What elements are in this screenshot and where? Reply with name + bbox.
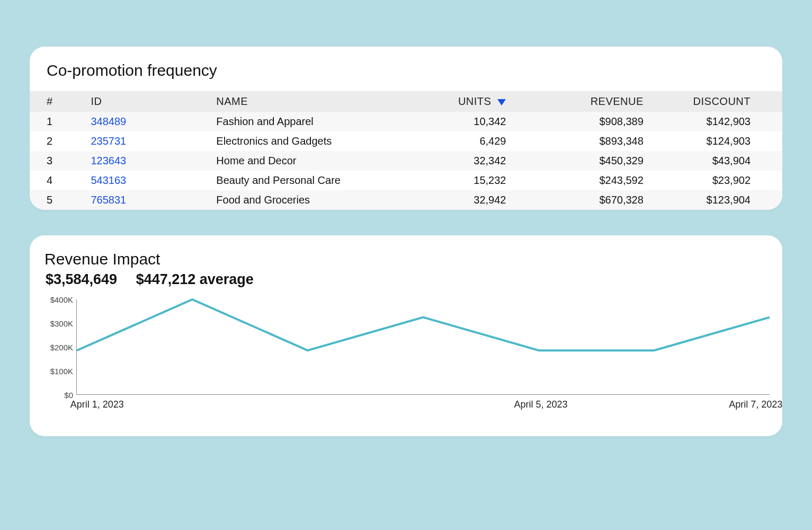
cell-name: Food and Groceries	[209, 190, 400, 210]
cell-units: 32,342	[400, 151, 513, 171]
card-title: Co-promotion frequency	[30, 47, 782, 91]
id-link[interactable]: 123643	[91, 155, 127, 166]
co-promotion-table: # ID NAME UNITS REVENUE DISCOUNT 1348489…	[30, 91, 782, 210]
co-promotion-card: Co-promotion frequency # ID NAME UNITS R…	[30, 47, 782, 210]
card-title: Revenue Impact	[42, 250, 770, 268]
cell-index: 5	[30, 190, 84, 210]
y-axis-tick: $200K	[50, 343, 73, 352]
id-link[interactable]: 348489	[91, 116, 127, 127]
cell-index: 4	[30, 171, 84, 190]
revenue-impact-card: Revenue Impact $3,584,649 $447,212 avera…	[30, 235, 782, 436]
revenue-average: $447,212 average	[136, 271, 254, 287]
cell-name: Electronics and Gadgets	[209, 131, 400, 151]
cell-units: 32,942	[400, 190, 513, 210]
revenue-total: $3,584,649	[46, 271, 117, 287]
y-axis-tick: $400K	[50, 295, 73, 304]
col-header-discount[interactable]: DISCOUNT	[651, 91, 782, 112]
table-row[interactable]: 1348489Fashion and Apparel10,342$908,389…	[30, 112, 782, 131]
cell-revenue: $893,348	[513, 131, 650, 151]
cell-revenue: $450,329	[513, 151, 650, 171]
table-row[interactable]: 4543163Beauty and Personal Care15,232$24…	[30, 171, 782, 190]
revenue-chart: $400K$300K$200K$100K$0 April 1, 2023Apri…	[42, 299, 770, 421]
cell-index: 3	[30, 151, 84, 171]
cell-name: Beauty and Personal Care	[209, 171, 400, 190]
cell-discount: $43,904	[651, 151, 782, 171]
cell-revenue: $908,389	[513, 112, 650, 131]
cell-id[interactable]: 348489	[84, 112, 209, 131]
cell-units: 15,232	[400, 171, 513, 190]
cell-id[interactable]: 123643	[84, 151, 209, 171]
cell-units: 6,429	[400, 131, 513, 151]
cell-id[interactable]: 543163	[84, 171, 209, 190]
table-row[interactable]: 2235731Electronics and Gadgets6,429$893,…	[30, 131, 782, 151]
cell-discount: $124,903	[651, 131, 782, 151]
y-axis-tick: $0	[64, 391, 73, 400]
y-axis-tick: $300K	[50, 319, 73, 328]
id-link[interactable]: 543163	[91, 174, 127, 186]
cell-revenue: $670,328	[513, 190, 650, 210]
revenue-metrics: $3,584,649 $447,212 average	[42, 271, 770, 288]
sort-desc-icon	[497, 99, 506, 105]
cell-revenue: $243,592	[513, 171, 650, 190]
table-row[interactable]: 3123643Home and Decor32,342$450,329$43,9…	[30, 151, 782, 171]
cell-discount: $123,904	[651, 190, 782, 210]
table-row[interactable]: 5765831Food and Groceries32,942$670,328$…	[30, 190, 782, 210]
revenue-line	[77, 299, 770, 350]
x-axis-tick: April 5, 2023	[514, 399, 567, 410]
cell-discount: $23,902	[651, 171, 782, 190]
cell-id[interactable]: 235731	[84, 131, 209, 151]
col-header-revenue[interactable]: REVENUE	[513, 91, 650, 112]
col-header-name[interactable]: NAME	[209, 91, 400, 112]
cell-name: Home and Decor	[209, 151, 400, 171]
cell-name: Fashion and Apparel	[209, 112, 400, 131]
col-header-units[interactable]: UNITS	[400, 91, 513, 112]
cell-index: 2	[30, 131, 84, 151]
y-axis-tick: $100K	[50, 367, 73, 376]
cell-index: 1	[30, 112, 84, 131]
id-link[interactable]: 765831	[91, 194, 127, 206]
cell-discount: $142,903	[651, 112, 782, 131]
cell-id[interactable]: 765831	[84, 190, 209, 210]
col-header-index[interactable]: #	[30, 91, 84, 112]
cell-units: 10,342	[400, 112, 513, 131]
table-header-row: # ID NAME UNITS REVENUE DISCOUNT	[30, 91, 782, 112]
x-axis-tick: April 7, 2023	[729, 399, 782, 410]
x-axis-tick: April 1, 2023	[70, 399, 124, 410]
id-link[interactable]: 235731	[91, 135, 127, 147]
col-header-id[interactable]: ID	[84, 91, 209, 112]
